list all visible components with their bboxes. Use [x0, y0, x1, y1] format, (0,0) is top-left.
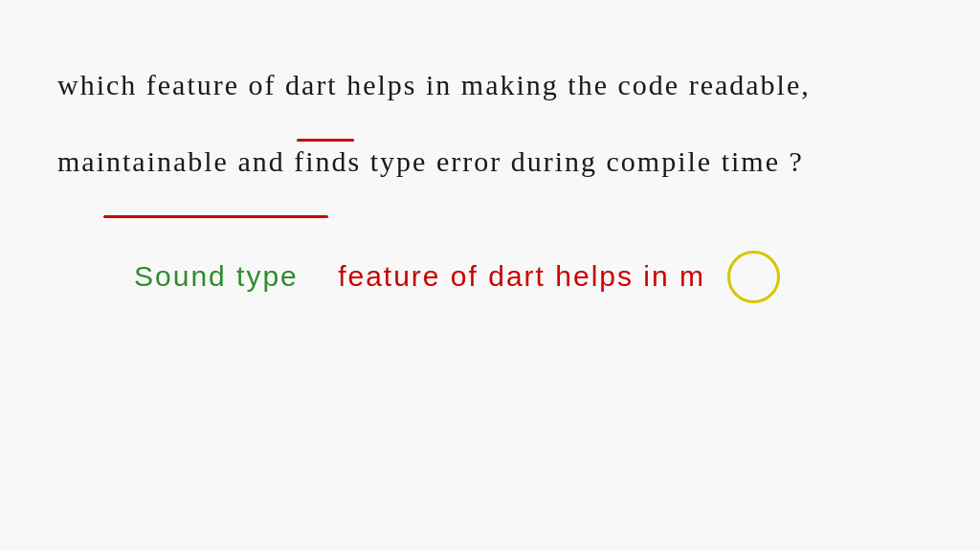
answer-green-text: Sound type [134, 260, 299, 292]
question-line-2: maintainable and finds type error during… [57, 142, 804, 182]
answer-red-text: feature of dart helps in m [338, 260, 705, 292]
answer-line: Sound type feature of dart helps in m [134, 260, 705, 293]
whiteboard-canvas: which feature of dart helps in making th… [0, 0, 980, 551]
yellow-circle-highlight [727, 251, 780, 303]
underline-maintainable [103, 215, 328, 218]
question-line-1: which feature of dart helps in making th… [57, 65, 811, 105]
